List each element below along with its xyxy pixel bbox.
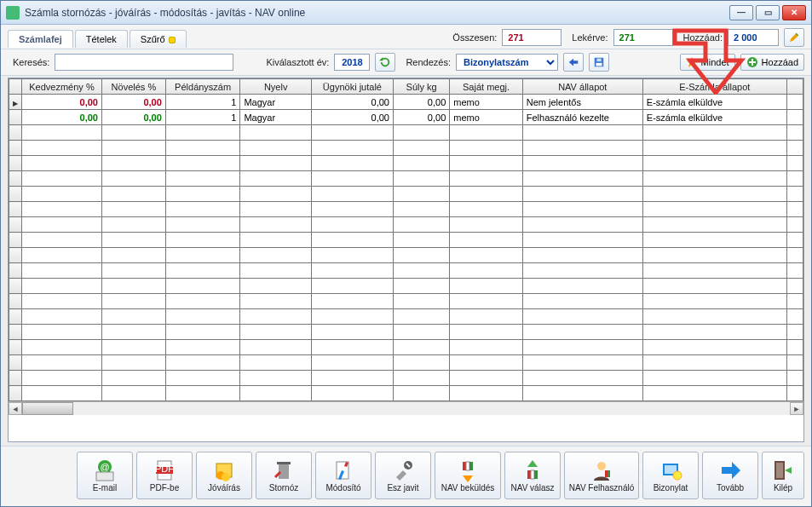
grid-cell[interactable] xyxy=(21,187,101,202)
grid-cell[interactable] xyxy=(786,386,803,401)
grid-cell[interactable] xyxy=(642,386,786,401)
grid-cell[interactable] xyxy=(522,309,642,325)
grid-cell[interactable] xyxy=(240,340,311,355)
grid-cell[interactable] xyxy=(311,355,393,371)
grid-cell[interactable] xyxy=(450,187,523,202)
row-header[interactable] xyxy=(9,187,22,202)
grid-cell[interactable] xyxy=(102,141,166,156)
grid-cell[interactable] xyxy=(165,156,240,171)
mindet-button[interactable]: Mindet xyxy=(680,54,735,71)
grid-cell[interactable]: 1 xyxy=(165,95,240,110)
grid-cell[interactable]: 0,00 xyxy=(311,110,393,125)
bizonylat-button[interactable]: Bizonylat xyxy=(642,452,699,499)
grid-cell[interactable] xyxy=(240,187,311,202)
table-row[interactable] xyxy=(9,248,803,263)
grid-cell[interactable]: 1 xyxy=(165,110,240,125)
grid-cell[interactable] xyxy=(21,279,101,294)
grid-cell[interactable] xyxy=(642,371,786,386)
grid-cell[interactable] xyxy=(394,325,450,340)
grid-cell[interactable] xyxy=(165,279,240,294)
nav-valasz-button[interactable]: NAV válasz xyxy=(504,452,561,499)
grid-cell[interactable] xyxy=(165,187,240,202)
grid-cell[interactable]: 0,00 xyxy=(21,110,101,125)
row-header[interactable] xyxy=(9,156,22,171)
row-header[interactable] xyxy=(9,233,22,248)
grid-cell[interactable] xyxy=(450,217,523,233)
table-row[interactable] xyxy=(9,217,803,233)
table-row[interactable] xyxy=(9,325,803,340)
grid-cell[interactable] xyxy=(786,325,803,340)
grid-cell[interactable] xyxy=(21,233,101,248)
row-header[interactable] xyxy=(9,325,22,340)
grid-cell[interactable] xyxy=(240,386,311,401)
esz-javit-button[interactable]: Esz javit xyxy=(375,452,431,499)
scroll-right-icon[interactable]: ► xyxy=(790,402,803,415)
grid-cell[interactable] xyxy=(394,171,450,187)
grid-cell[interactable]: Nem jelentős xyxy=(522,95,642,110)
grid-cell[interactable] xyxy=(21,355,101,371)
grid-cell[interactable] xyxy=(394,279,450,294)
grid-cell[interactable] xyxy=(786,141,803,156)
grid-cell[interactable] xyxy=(21,309,101,325)
row-header[interactable] xyxy=(9,355,22,371)
edit-button[interactable] xyxy=(784,28,804,47)
grid-cell[interactable] xyxy=(311,171,393,187)
grid-cell[interactable] xyxy=(165,294,240,309)
grid-cell[interactable] xyxy=(21,371,101,386)
grid-cell[interactable] xyxy=(642,202,786,217)
grid-cell[interactable] xyxy=(450,355,523,371)
grid-cell[interactable] xyxy=(450,202,523,217)
table-row[interactable]: 0,000,001Magyar0,000,00memoNem jelentősE… xyxy=(9,95,803,110)
scroll-thumb[interactable] xyxy=(22,402,73,415)
table-row[interactable] xyxy=(9,233,803,248)
grid-cell[interactable] xyxy=(394,340,450,355)
horizontal-scrollbar[interactable]: ◄ ► xyxy=(9,401,803,415)
grid-cell[interactable] xyxy=(642,156,786,171)
grid-cell[interactable] xyxy=(394,294,450,309)
grid-cell[interactable] xyxy=(165,202,240,217)
grid-cell[interactable] xyxy=(240,248,311,263)
grid-cell[interactable] xyxy=(786,171,803,187)
grid-cell[interactable] xyxy=(642,279,786,294)
grid-cell[interactable] xyxy=(240,294,311,309)
table-row[interactable] xyxy=(9,309,803,325)
grid-cell[interactable] xyxy=(311,340,393,355)
grid-cell[interactable] xyxy=(642,171,786,187)
grid-cell[interactable] xyxy=(450,325,523,340)
tab-tetelek[interactable]: Tételek xyxy=(75,30,128,48)
grid-cell[interactable]: memo xyxy=(450,110,523,125)
grid-cell[interactable]: 0,00 xyxy=(394,95,450,110)
grid-cell[interactable] xyxy=(522,371,642,386)
grid-cell[interactable] xyxy=(394,187,450,202)
row-header[interactable] xyxy=(9,294,22,309)
grid-cell[interactable] xyxy=(21,263,101,279)
grid-cell[interactable] xyxy=(522,141,642,156)
grid-cell[interactable] xyxy=(642,309,786,325)
grid-cell[interactable] xyxy=(522,340,642,355)
grid-cell[interactable] xyxy=(522,202,642,217)
grid-cell[interactable]: memo xyxy=(450,95,523,110)
grid-cell[interactable] xyxy=(165,371,240,386)
grid-cell[interactable] xyxy=(450,141,523,156)
grid-cell[interactable] xyxy=(450,156,523,171)
table-row[interactable] xyxy=(9,171,803,187)
grid-cell[interactable] xyxy=(450,371,523,386)
grid-cell[interactable] xyxy=(450,171,523,187)
hozzaad-button[interactable]: Hozzáad xyxy=(740,54,804,71)
grid-cell[interactable] xyxy=(522,279,642,294)
grid-cell[interactable] xyxy=(394,355,450,371)
pdf-button[interactable]: PDFPDF-be xyxy=(136,452,193,499)
grid-cell[interactable] xyxy=(786,187,803,202)
grid-cell[interactable] xyxy=(642,248,786,263)
nav-felhasznalo-button[interactable]: NAV Felhasználó xyxy=(564,452,639,499)
grid-cell[interactable] xyxy=(642,340,786,355)
row-header[interactable] xyxy=(9,263,22,279)
table-row[interactable] xyxy=(9,294,803,309)
grid-cell[interactable] xyxy=(102,233,166,248)
grid-cell[interactable] xyxy=(240,217,311,233)
grid-cell[interactable] xyxy=(102,125,166,141)
grid-cell[interactable] xyxy=(21,125,101,141)
grid-cell[interactable] xyxy=(394,371,450,386)
grid-cell[interactable] xyxy=(786,217,803,233)
grid-cell[interactable] xyxy=(240,325,311,340)
